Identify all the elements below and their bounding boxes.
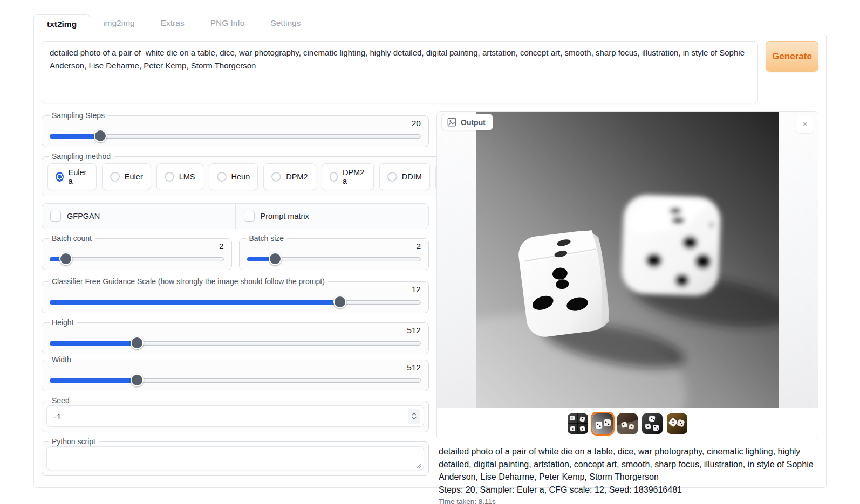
seed-value: -1 [54,412,61,421]
width-slider[interactable] [50,373,421,387]
spinner-down-icon [412,417,417,420]
gallery-thumbnail-2-selected[interactable] [592,413,613,434]
python-script-input[interactable] [46,446,424,470]
sampling-steps-group: Sampling Steps 20 [42,111,429,147]
sampling-steps-label: Sampling Steps [49,111,108,120]
radio-heun[interactable]: Heun [209,163,258,190]
batch-count-group: Batch count 2 [42,234,232,270]
height-value: 512 [46,326,424,335]
slider-handle[interactable] [333,295,346,308]
radio-icon [165,172,174,182]
seed-label: Seed [49,396,73,405]
checkbox-icon [244,211,255,222]
txt2img-panel: detailed photo of a pair of white die on… [33,34,827,488]
sampling-method-options: Euler a Euler LMS Heun DPM2 DPM2 a DDIM … [46,161,488,192]
close-icon[interactable]: × [796,116,814,133]
radio-lms[interactable]: LMS [156,163,203,190]
prompt-matrix-checkbox[interactable]: Prompt matrix [235,204,429,229]
slider-fill [50,378,137,383]
radio-ddim[interactable]: DDIM [379,163,430,190]
radio-label: DDIM [402,172,422,181]
caption-time-text: Time taken: 8.11s [439,498,816,504]
radio-label: Euler a [69,168,88,185]
number-stepper[interactable] [408,409,420,424]
prompt-matrix-label: Prompt matrix [261,212,309,220]
output-gallery: Output × [436,111,818,439]
slider-handle[interactable] [94,129,107,142]
batch-size-group: Batch size 2 [239,234,429,270]
tab-img2img[interactable]: img2img [90,13,148,34]
slider-fill [50,341,137,346]
output-label: Output [461,118,486,127]
cfg-scale-slider[interactable] [50,295,421,309]
tab-png-info[interactable]: PNG Info [197,13,258,34]
radio-euler-a[interactable]: Euler a [47,163,97,190]
width-group: Width 512 [42,355,429,391]
gfpgan-checkbox[interactable]: GFPGAN [42,204,235,229]
caption-params-text: Steps: 20, Sampler: Euler a, CFG scale: … [439,484,816,496]
sampling-steps-value: 20 [46,119,424,128]
radio-label: Heun [231,172,250,181]
resize-handle-icon[interactable] [415,461,422,468]
stable-diffusion-webui: txt2img img2img Extras PNG Info Settings… [0,0,860,488]
tab-settings[interactable]: Settings [257,13,313,34]
radio-icon [217,172,227,182]
radio-euler[interactable]: Euler [102,163,151,190]
batch-size-slider[interactable] [247,252,421,266]
radio-icon [271,172,281,182]
slider-handle[interactable] [131,336,144,349]
gallery-thumbnail-1[interactable] [568,413,588,434]
seed-group: Seed -1 [42,396,429,432]
tab-bar: txt2img img2img Extras PNG Info Settings [33,13,827,34]
slider-handle[interactable] [131,374,144,386]
batch-size-label: Batch size [246,234,288,243]
generate-button[interactable]: Generate [766,41,818,72]
slider-fill [50,134,100,139]
image-stage [437,112,818,408]
image-icon [447,118,456,127]
generated-image-dice[interactable] [476,112,779,408]
stage-blur-right [779,112,818,408]
slider-track[interactable] [50,257,224,261]
python-script-label: Python script [49,437,99,446]
width-label: Width [49,355,74,364]
prompt-input[interactable]: detailed photo of a pair of white die on… [42,41,758,103]
gfpgan-label: GFPGAN [67,212,100,220]
output-column: Output × [436,111,818,504]
batch-count-label: Batch count [49,234,95,243]
height-group: Height 512 [42,318,429,354]
batch-count-slider[interactable] [50,252,224,266]
sampling-steps-slider[interactable] [50,129,421,143]
slider-fill [50,300,340,305]
output-label-chip: Output [441,114,493,130]
radio-dpm2[interactable]: DPM2 [263,163,316,190]
gallery-thumbnail-3[interactable] [617,413,638,434]
sampling-method-group: Sampling method Euler a Euler LMS Heun D… [42,152,493,196]
radio-label: DPM2 a [343,168,366,185]
radio-label: DPM2 [286,172,308,181]
python-script-group: Python script [42,437,429,476]
radio-dpm2-a[interactable]: DPM2 a [322,163,374,190]
sampling-method-label: Sampling method [49,152,114,161]
width-value: 512 [46,363,424,372]
batch-size-value: 2 [244,241,425,251]
seed-input[interactable]: -1 [46,405,424,427]
gallery-thumbnails [437,408,818,439]
radio-label: LMS [179,172,195,181]
tab-txt2img[interactable]: txt2img [33,14,90,34]
tab-extras[interactable]: Extras [148,13,197,34]
checkbox-icon [50,211,61,222]
radio-icon [110,172,120,182]
stage-blur-left [437,112,476,408]
gallery-thumbnail-4[interactable] [642,413,663,434]
cfg-scale-label: Classifier Free Guidance Scale (how stro… [49,277,328,286]
radio-icon [387,172,397,182]
height-slider[interactable] [50,336,421,350]
slider-handle[interactable] [269,252,282,265]
gallery-thumbnail-5[interactable] [667,413,687,434]
spinner-up-icon [412,412,417,416]
settings-column: Sampling Steps 20 Sampling method Euler … [42,111,429,481]
slider-handle[interactable] [59,252,72,265]
resize-handle-icon[interactable] [749,94,756,101]
radio-label: Euler [125,172,143,181]
